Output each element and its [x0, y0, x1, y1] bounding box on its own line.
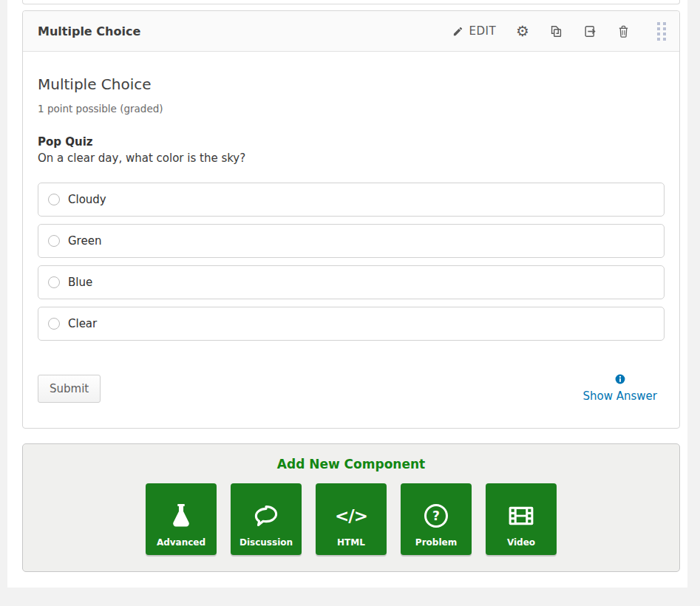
choice-label: Cloudy	[68, 193, 106, 206]
add-button-label: HTML	[337, 537, 365, 548]
choice-option-blue[interactable]: Blue	[38, 265, 665, 299]
add-problem-button[interactable]: ? Problem	[401, 483, 472, 555]
submit-button[interactable]: Submit	[38, 375, 101, 403]
unit-content-area: Multiple Choice EDIT ⚙	[7, 0, 687, 588]
previous-component-edge	[22, 0, 680, 4]
show-answer-block: Show Answer	[583, 373, 658, 403]
gear-icon: ⚙	[516, 23, 529, 39]
flask-icon	[169, 494, 194, 537]
component-actions: EDIT ⚙	[452, 22, 666, 41]
add-advanced-button[interactable]: Advanced	[146, 483, 217, 555]
component-header: Multiple Choice EDIT ⚙	[23, 11, 679, 52]
add-new-component-title: Add New Component	[23, 457, 679, 471]
move-icon	[583, 30, 597, 41]
film-icon	[508, 494, 534, 537]
choice-label: Clear	[68, 317, 97, 330]
speech-bubble-icon	[252, 494, 280, 537]
choice-list: Cloudy Green Blue Clear	[38, 183, 665, 341]
pencil-icon	[452, 26, 463, 37]
move-button[interactable]	[583, 24, 597, 38]
add-button-label: Video	[507, 537, 535, 548]
add-html-button[interactable]: </> HTML	[316, 483, 387, 555]
choice-label: Green	[68, 234, 101, 248]
info-icon	[615, 373, 625, 387]
duplicate-icon	[549, 30, 563, 41]
edit-button-label: EDIT	[469, 24, 496, 38]
points-possible-text: 1 point possible (graded)	[38, 103, 665, 115]
question-circle-icon: ?	[424, 494, 448, 537]
edit-button[interactable]: EDIT	[452, 24, 496, 38]
radio-icon[interactable]	[48, 194, 60, 205]
multiple-choice-component-card: Multiple Choice EDIT ⚙	[22, 10, 680, 429]
problem-preview: Multiple Choice 1 point possible (graded…	[23, 52, 679, 428]
choice-option-cloudy[interactable]: Cloudy	[38, 183, 665, 217]
choice-option-green[interactable]: Green	[38, 224, 665, 258]
component-type-buttons: Advanced Discussion </> HTML ?	[23, 483, 679, 555]
add-new-component-panel: Add New Component Advanced Discussion	[22, 443, 680, 572]
add-button-label: Advanced	[157, 537, 205, 548]
radio-icon[interactable]	[48, 235, 60, 247]
settings-button[interactable]: ⚙	[516, 24, 529, 38]
code-icon: </>	[335, 494, 367, 537]
duplicate-button[interactable]	[549, 24, 563, 38]
component-title: Multiple Choice	[38, 24, 140, 38]
add-button-label: Discussion	[239, 537, 293, 548]
problem-actions-row: Submit Show Answer	[38, 373, 665, 403]
question-title: Pop Quiz	[38, 135, 665, 149]
choice-label: Blue	[68, 276, 92, 289]
radio-icon[interactable]	[48, 276, 60, 288]
delete-button[interactable]	[617, 24, 630, 38]
drag-handle-icon[interactable]	[657, 22, 666, 41]
add-video-button[interactable]: Video	[486, 483, 557, 555]
choice-option-clear[interactable]: Clear	[38, 307, 665, 341]
show-answer-link[interactable]: Show Answer	[583, 389, 658, 403]
problem-title: Multiple Choice	[38, 75, 665, 93]
question-text: On a clear day, what color is the sky?	[38, 152, 665, 165]
radio-icon[interactable]	[48, 318, 60, 330]
add-button-label: Problem	[415, 537, 457, 548]
add-discussion-button[interactable]: Discussion	[231, 483, 302, 555]
delete-icon	[617, 30, 630, 41]
